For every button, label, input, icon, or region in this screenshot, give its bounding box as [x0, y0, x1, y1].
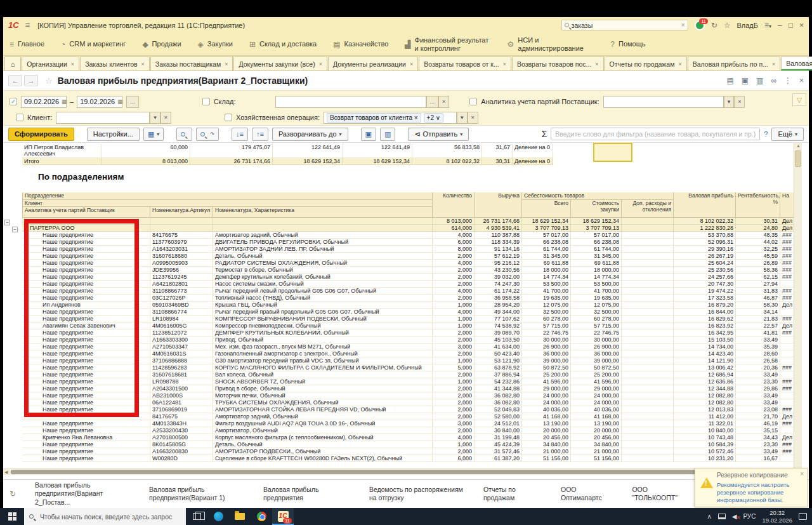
tab-10[interactable]: Валовая прибыль пре...× — [781, 56, 812, 70]
favorite-star-icon[interactable]: ☆ — [45, 76, 53, 86]
sklad-clear-button[interactable]: × — [438, 96, 449, 108]
table-row[interactable]: Наше предприятие4M0133843HФильтр воздушн… — [22, 420, 794, 427]
main-menu-icon[interactable]: ≡ — [25, 20, 30, 30]
open-window-item[interactable]: ООО Оптимапартс — [561, 486, 613, 502]
collapse-subgroup-icon[interactable]: − — [12, 227, 18, 232]
tab-close-icon[interactable]: × — [772, 61, 775, 67]
global-search-input[interactable]: заказы × — [561, 20, 688, 30]
filter-funnel-icon[interactable]: ▽ — [792, 93, 806, 106]
generate-button[interactable]: Сформировать — [8, 128, 74, 141]
report-variant-button[interactable]: ▦▾ — [143, 128, 164, 141]
print-icon[interactable]: ▣ — [742, 76, 749, 85]
quick-filter-input[interactable]: Введите слово для фильтра (название това… — [551, 128, 760, 140]
link-icon[interactable]: ∞ — [771, 76, 776, 85]
notification-close-icon[interactable]: × — [800, 470, 804, 477]
collapse-group-icon[interactable]: − — [4, 220, 10, 225]
scroll-up-icon[interactable]: ▲ — [794, 143, 802, 148]
vertical-scrollbar[interactable]: ▲ ▼ — [794, 143, 802, 475]
tab-close-icon[interactable]: × — [678, 61, 681, 67]
open-window-item[interactable]: Валовая прибыль предприятия — [263, 486, 350, 502]
find-next-button[interactable]: ↷ — [196, 128, 219, 141]
file-explorer-button[interactable] — [229, 508, 251, 525]
header-client[interactable]: Клиент — [22, 200, 433, 207]
sklad-options-button[interactable]: ... — [426, 96, 439, 108]
1c-app-button[interactable]: 1С11 — [272, 508, 294, 525]
tab-4[interactable]: Документы закупки (все)× — [233, 56, 327, 70]
tab-close-icon[interactable]: × — [141, 61, 145, 67]
header-margin[interactable]: Рентабельность, % — [736, 192, 780, 218]
open-window-item[interactable]: Валовая прибыль предприятия(Вариант 1) — [149, 486, 244, 502]
language-indicator[interactable]: РУС — [743, 513, 756, 520]
sklad-checkbox[interactable] — [202, 98, 210, 105]
taskbar-search-input[interactable]: Чтобы начать поиск, введите здесь запрос — [24, 508, 186, 525]
forward-button[interactable]: → — [24, 75, 38, 86]
menu-finance[interactable]: ▟Финансовый результат и контроллинг — [405, 36, 490, 51]
service-menu-icon[interactable]: ≡▾ — [764, 21, 771, 30]
clear-search-icon[interactable]: × — [681, 22, 685, 29]
operation-checkbox[interactable] — [225, 114, 232, 121]
expand-groups-button[interactable]: ↑≡ — [252, 128, 268, 141]
header-extra[interactable]: Доп. расходы и отклонения — [622, 200, 674, 218]
clock[interactable]: 20:32 19.02.2026 — [762, 509, 792, 524]
header-analytics[interactable]: Аналитика учета партий Поставщик — [22, 207, 150, 218]
help-icon[interactable]: ? — [764, 130, 768, 138]
more-button[interactable]: Ещё▾ — [771, 128, 804, 141]
tab-2[interactable]: Заказы клиентов× — [80, 56, 150, 70]
operation-more-chip[interactable]: +2 ∨ — [424, 113, 444, 123]
tab-1[interactable]: Организации× — [22, 56, 79, 70]
tag-close-icon[interactable]: × — [414, 114, 418, 121]
horizontal-scrollbar[interactable]: ◀ ▶ — [3, 469, 793, 475]
client-dropdown-button[interactable]: ▾ — [150, 112, 160, 124]
tab-close-icon[interactable]: × — [225, 61, 228, 67]
collapse-groups-button[interactable]: ↓≡ — [232, 128, 248, 141]
date-from-field[interactable]: 09.02.2026▦ — [21, 96, 67, 108]
tray-expand-icon[interactable]: ∧ — [707, 513, 711, 520]
tab-close-icon[interactable]: × — [71, 61, 74, 67]
print-button[interactable]: ▣ — [361, 128, 376, 141]
network-icon[interactable] — [718, 514, 726, 519]
discussions-icon[interactable]: 11 — [695, 20, 705, 30]
operation-field[interactable]: Возврат товаров от клиента × +2 ∨ — [324, 112, 457, 124]
open-window-item[interactable]: ООО "ТОЛЬКООПТ" — [632, 486, 688, 502]
client-clear-button[interactable]: × — [160, 112, 171, 124]
analytics-dropdown-button[interactable]: ▾ — [724, 96, 735, 108]
open-window-item[interactable]: Валовая прибыль предприятия(Вариант 2_По… — [35, 481, 130, 506]
chrome-button[interactable] — [251, 508, 272, 525]
volume-muted-icon[interactable]: ◀✕ — [732, 513, 737, 520]
operation-dropdown-button[interactable]: ▾ — [457, 112, 468, 124]
close-button[interactable]: × — [799, 21, 804, 30]
analytics-checkbox[interactable] — [469, 98, 477, 105]
operation-clear-button[interactable]: × — [468, 112, 478, 124]
tab-7[interactable]: Возвраты товаров пос...× — [512, 56, 604, 70]
horizontal-scroll-thumb[interactable] — [11, 470, 734, 474]
tab-6[interactable]: Возвраты товаров от к...× — [419, 56, 511, 70]
header-purchase[interactable]: Стоимость закупки — [571, 200, 622, 218]
task-view-button[interactable] — [186, 508, 207, 525]
history-clock-icon[interactable]: ↻ — [10, 489, 16, 498]
analytics-field[interactable] — [603, 96, 724, 108]
table-row[interactable]: Наше предприятие8K0145805GДеталь, Обычны… — [22, 441, 794, 448]
header-profit[interactable]: Валовая прибыль — [674, 192, 736, 218]
menu-main[interactable]: ≡Главное — [10, 40, 44, 49]
vertical-scroll-thumb[interactable] — [795, 150, 801, 167]
header-article[interactable]: Номенклатура.Артикул — [150, 207, 213, 218]
notification-message[interactable]: Рекомендуется настроить резервное копиро… — [717, 481, 802, 504]
table-row[interactable]: Наше предприятиеA2533200430Амортизатор, … — [22, 427, 794, 434]
preview-icon[interactable]: ▥ — [756, 76, 763, 85]
tab-close-icon[interactable]: × — [595, 61, 598, 67]
tab-close-icon[interactable]: × — [410, 61, 413, 67]
menu-treasury[interactable]: ▤Казначейство — [333, 40, 388, 49]
favorites-star-icon[interactable]: ☆ — [724, 21, 731, 30]
menu-help[interactable]: ?Помощь — [610, 40, 645, 49]
current-user[interactable]: ВладБ — [737, 22, 759, 29]
scroll-left-icon[interactable]: ◀ — [4, 469, 8, 475]
open-window-item[interactable]: Отчеты по продажам — [483, 486, 542, 502]
restore-button[interactable]: □ — [789, 21, 793, 30]
autosum-icon[interactable]: Σ — [542, 129, 547, 139]
back-button[interactable]: ← — [8, 75, 22, 86]
find-button[interactable] — [176, 128, 192, 141]
menu-sales[interactable]: ◆Продажи — [142, 40, 181, 49]
save-icon[interactable]: ▤ — [726, 76, 733, 85]
more-menu-icon[interactable]: ⋮ — [784, 76, 792, 85]
start-button[interactable] — [0, 508, 24, 525]
